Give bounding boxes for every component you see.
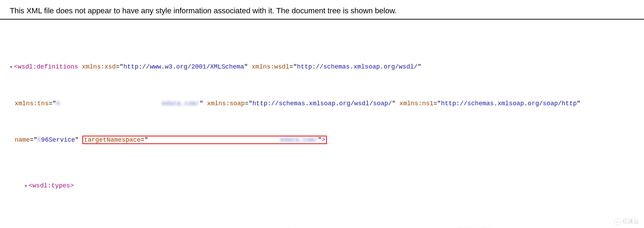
toggle-icon[interactable]: ▼ <box>10 64 14 71</box>
definitions-open-line1[interactable]: ▼<wsdl:definitions xmlns:xsd="http://www… <box>10 53 644 71</box>
xml-tree: ▼<wsdl:definitions xmlns:xsd="http://www… <box>0 26 644 228</box>
types-open[interactable]: ▼<wsdl:types> <box>10 172 644 190</box>
definitions-open-line2: xmlns:tns="h edata.com/" xmlns:soap="htt… <box>10 90 644 108</box>
definitions-open-line3: name="D96Service" targetNamespace=" edat… <box>10 126 644 144</box>
schema-open-line1[interactable]: ▼<xs:schema xmlns:xs="http://www.w3.org/… <box>10 218 644 228</box>
watermark: ∞亿速云 <box>614 218 639 225</box>
watermark-icon: ∞ <box>614 218 621 225</box>
highlighted-target-namespace: targetNamespace=" edata.com/"> <box>82 136 327 144</box>
toggle-icon[interactable]: ▼ <box>24 183 29 190</box>
no-style-message: This XML file does not appear to have an… <box>0 0 644 20</box>
